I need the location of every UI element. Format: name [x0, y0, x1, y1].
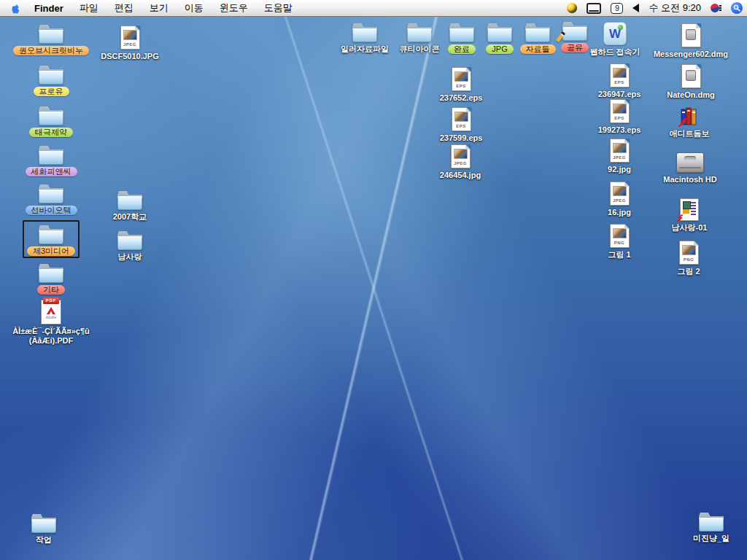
icon-label: 16.jpg	[608, 208, 631, 217]
desktop-icon-folder[interactable]: 미진냥_일	[667, 513, 747, 543]
menu-clock[interactable]: 수 오전 9:20	[649, 1, 701, 15]
desktop-icon-folder[interactable]: 남사랑	[86, 231, 174, 262]
desktop-icon-dmg-file[interactable]: Messenger602.dmg	[647, 23, 735, 59]
volume-icon[interactable]	[632, 4, 639, 12]
jpeg-file-icon: JPEG	[451, 144, 471, 168]
png-file-icon: PNG	[610, 224, 630, 248]
desktop-icon-books-alias[interactable]: 애디트돔보	[646, 106, 733, 139]
icon-label: 기타	[37, 285, 65, 295]
jpeg-file-icon: JPEG	[120, 26, 140, 50]
icon-label: 태극제약	[29, 128, 73, 137]
eps-file-icon: EPS	[452, 67, 471, 91]
desktop-icon-png-file[interactable]: PNG 그림 2	[645, 241, 732, 276]
icon-label: 그림 2	[677, 267, 700, 276]
folder-icon	[352, 23, 377, 42]
desktop-icon-folder[interactable]: 퀀오브시크릿비누	[7, 25, 95, 55]
icon-label: 246454.jpg	[440, 171, 481, 180]
icon-label: 남사랑	[118, 252, 142, 262]
icon-label: 퀀오브시크릿비누	[13, 46, 89, 55]
pdf-banner: PDF	[43, 298, 59, 304]
icon-label: 199273.eps	[598, 125, 641, 135]
icon-label: 237652.eps	[440, 93, 483, 103]
pencil-badge-icon	[556, 31, 565, 42]
menu-help[interactable]: 도움말	[264, 1, 293, 15]
menu-go[interactable]: 이동	[185, 1, 204, 15]
pdf-file-icon: PDF Adobe	[41, 300, 61, 324]
desktop-icon-eps-file[interactable]: EPS 237652.eps	[417, 67, 505, 103]
desktop-icon-jpeg-file[interactable]: JPEG 246454.jpg	[417, 144, 504, 180]
menu-view[interactable]: 보기	[150, 1, 169, 15]
ichat-status-icon[interactable]	[567, 3, 577, 13]
png-file-icon: PNG	[679, 241, 699, 265]
desktop-icon-folder-selected[interactable]: 제3미디어	[7, 220, 95, 258]
icon-label: 애디트돔보	[670, 129, 710, 139]
menu-edit[interactable]: 편집	[115, 1, 133, 15]
selection-frame: 제3미디어	[23, 220, 80, 258]
icon-label: 237599.eps	[440, 133, 483, 143]
icon-label: Macintosh HD	[663, 175, 716, 184]
desktop-icon-eps-file[interactable]: EPS 237599.eps	[417, 107, 505, 143]
menu-bar: Finder 파일 편집 보기 이동 윈도우 도움말 9 수 오전 9:20	[0, 0, 747, 17]
icon-label: 웹하드 접속기	[589, 47, 640, 57]
desktop-icon-folder[interactable]: 태극제약	[7, 106, 95, 137]
disk-image-file-icon	[681, 64, 701, 88]
webhard-app-icon: W	[603, 22, 627, 45]
desktop-icon-folder[interactable]: 선바이오텍	[7, 184, 95, 215]
displays-menu-icon[interactable]	[587, 3, 601, 14]
eps-file-icon: EPS	[610, 99, 630, 123]
icon-label: Messenger602.dmg	[654, 50, 728, 59]
folder-icon	[699, 513, 724, 532]
desktop-wallpaper[interactable]: 퀀오브시크릿비누 프로유 태극제약 세화피앤씨 선바이오텍 제3미디어 기타 P…	[0, 16, 747, 560]
jpeg-file-icon: JPEG	[610, 139, 630, 163]
folder-icon	[39, 146, 63, 165]
books-icon	[678, 106, 700, 127]
icon-label: 작업	[36, 535, 52, 545]
icon-label: 선바이오텍	[26, 206, 77, 215]
folder-icon	[39, 66, 63, 85]
adobe-logo-icon	[47, 307, 55, 314]
icon-label: 그림 1	[608, 250, 630, 260]
icon-label: ÀÌ±æÈ¯-ÇÏ´ÃÃ¤»ç¶û (ÀåÆí).PDF	[4, 327, 98, 346]
input-menu-korean-flag-icon[interactable]	[711, 3, 721, 13]
script-menu-9-icon[interactable]: 9	[611, 3, 623, 14]
icon-label: 프로유	[34, 87, 69, 96]
desktop-icon-folder[interactable]: 기타	[7, 264, 95, 295]
disk-image-file-icon	[681, 23, 701, 47]
icon-label: 남사랑-01	[672, 223, 708, 233]
menu-window[interactable]: 윈도우	[220, 1, 248, 15]
desktop-icon-folder[interactable]: 프로유	[7, 66, 95, 96]
icon-label: DSCF5010.JPG	[101, 52, 158, 61]
desktop-icon-folder[interactable]: 작업	[0, 514, 88, 545]
jpeg-file-icon: JPEG	[610, 182, 630, 206]
adobe-text: Adobe	[46, 315, 56, 319]
spotlight-icon[interactable]	[731, 2, 743, 14]
folder-icon	[39, 264, 63, 283]
folder-icon	[39, 184, 63, 203]
icon-label: NateOn.dmg	[667, 90, 714, 100]
desktop-icon-macintosh-hd[interactable]: Macintosh HD	[646, 152, 734, 184]
folder-icon	[117, 231, 142, 250]
eps-file-icon: EPS	[452, 107, 471, 131]
desktop-icon-folder[interactable]: 2007학교	[86, 191, 174, 222]
folder-icon	[39, 225, 63, 244]
folder-icon	[39, 25, 63, 44]
folder-icon	[31, 514, 56, 533]
desktop-icon-folder[interactable]: 세화피앤씨	[7, 146, 95, 176]
icon-label: 미진냥_일	[693, 534, 729, 543]
document-alias-icon	[680, 198, 699, 221]
desktop-icon-dmg-file[interactable]: NateOn.dmg	[647, 64, 735, 100]
desktop-icon-pdf-file[interactable]: PDF Adobe ÀÌ±æÈ¯-ÇÏ´ÃÃ¤»ç¶û (ÀåÆí).PDF	[4, 300, 98, 346]
eps-file-icon: EPS	[610, 63, 630, 88]
desktop-icon-jpeg-file[interactable]: JPEG DSCF5010.JPG	[86, 26, 174, 61]
desktop-icon-doc-alias[interactable]: 남사랑-01	[646, 198, 733, 233]
hard-disk-icon	[676, 152, 704, 173]
folder-icon	[117, 191, 142, 210]
folder-icon	[39, 106, 63, 125]
menu-file[interactable]: 파일	[80, 1, 98, 15]
icon-label: 세화피앤씨	[26, 167, 77, 176]
icon-label: 2007학교	[113, 212, 147, 222]
icon-label: 236947.eps	[598, 90, 641, 99]
desktop-icon-webhard-app[interactable]: W 웹하드 접속기	[571, 22, 659, 57]
app-menu-finder[interactable]: Finder	[34, 3, 63, 14]
apple-menu-icon[interactable]	[10, 3, 21, 14]
